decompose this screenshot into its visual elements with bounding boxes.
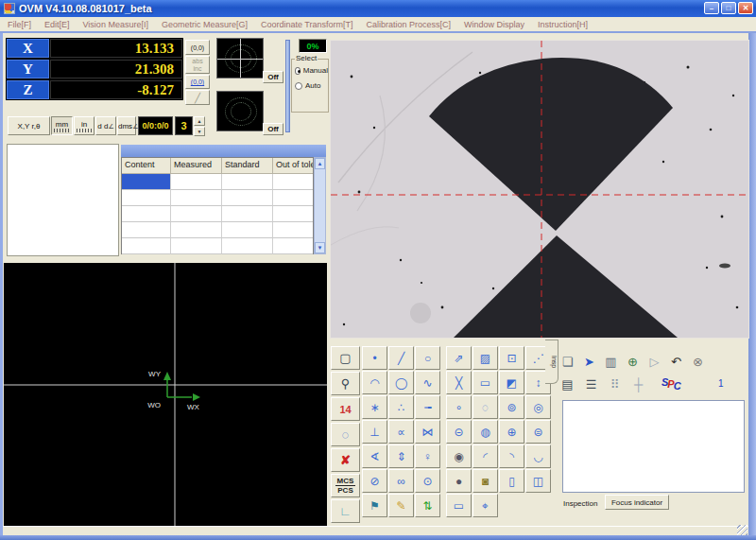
boxed-diagonal-tool-button[interactable]: ◩ — [499, 371, 524, 394]
menu-item[interactable]: Window Display — [464, 20, 524, 29]
help-book-button[interactable]: ⊕ — [624, 352, 642, 371]
scope-off-bottom-button[interactable]: Off — [263, 123, 284, 135]
dashed-line-box-tool-button[interactable]: ▭ — [472, 371, 498, 394]
focus-scope-crosshair[interactable] — [216, 38, 264, 78]
table-cell[interactable] — [171, 174, 222, 190]
axis-view-button[interactable]: ┼ — [629, 375, 647, 393]
cross-lines-tool-button[interactable]: ╳ — [446, 371, 472, 394]
midline-tool-button[interactable]: ╼ — [415, 395, 440, 419]
new-report-button[interactable]: ❏ — [558, 352, 576, 371]
updown-move-tool-button[interactable]: ⇅ — [415, 494, 440, 517]
crosshair-target-tool-button[interactable]: ⌖ — [472, 494, 498, 517]
ellipse-tool-button[interactable]: ◯ — [388, 371, 414, 394]
point-tool-button[interactable]: • — [362, 346, 387, 370]
coord-mode-button[interactable]: X,Y r,θ — [8, 116, 50, 135]
circle-point-tool-button[interactable]: ⊙ — [415, 469, 440, 493]
menu-item[interactable]: Instruction[H] — [538, 20, 588, 29]
table-cell[interactable] — [122, 222, 171, 238]
table-cell[interactable] — [122, 190, 171, 206]
dotted-ellipse-box-tool-button[interactable]: ◍ — [472, 420, 498, 444]
manual-radio[interactable] — [295, 67, 301, 75]
probe-flag-tool-button[interactable]: ⚑ — [362, 494, 387, 517]
table-cell[interactable] — [171, 190, 222, 206]
list-view-button[interactable]: ☰ — [582, 375, 600, 393]
perpendicular-tool-button[interactable]: ⊥ — [362, 420, 387, 444]
tangent-circle-tool-button[interactable]: ⊘ — [362, 469, 387, 493]
zoom-region-tool-button[interactable]: ⚲ — [331, 372, 360, 395]
close-panel-button[interactable]: ⊗ — [689, 352, 707, 371]
close-button[interactable]: ✕ — [738, 2, 753, 14]
circle-tool-button[interactable]: ○ — [415, 346, 440, 370]
grid-view-button[interactable]: ⠿ — [606, 375, 624, 393]
table-scrollbar[interactable]: ▲ ▼ — [314, 157, 326, 254]
table-cell[interactable] — [273, 190, 313, 206]
delete-element-tool-button[interactable]: ✘ — [331, 448, 360, 472]
resize-grip[interactable] — [737, 525, 747, 535]
table-cell[interactable] — [122, 238, 171, 254]
tab-focus-indicator[interactable]: Focus indicator — [605, 495, 669, 510]
fingerprint-dimension-tool-button[interactable]: ● — [446, 469, 472, 493]
focus-scope-plain[interactable] — [216, 91, 264, 131]
table-cell[interactable] — [222, 238, 273, 254]
decimal-down-button[interactable]: ▼ — [194, 127, 205, 136]
menu-item[interactable]: Calibration Process[C] — [366, 20, 451, 29]
width-dimension-tool-button[interactable]: ⇕ — [388, 444, 414, 468]
capsule-dimension-tool-button[interactable]: ▯ — [499, 469, 524, 493]
point-cloud-tool-button[interactable]: ∴ — [388, 395, 414, 419]
spc-icon[interactable]: SPC — [662, 376, 680, 388]
dashed-double-ellipse-tool-button[interactable]: ⊜ — [525, 420, 551, 444]
toolbox-side-tab[interactable]: Insp — [545, 340, 558, 384]
boxed-arc-tool-button[interactable]: ◝ — [499, 444, 524, 468]
pin-point-tool-button[interactable]: ♀ — [415, 444, 440, 468]
small-ellipse-tool-button[interactable]: ⊝ — [446, 420, 472, 444]
rectangle-capture-tool-button[interactable]: ▭ — [446, 494, 472, 517]
closed-curve-tool-button[interactable]: ∝ — [388, 420, 414, 444]
decimal-up-button[interactable]: ▲ — [194, 116, 205, 126]
report-book-button[interactable]: ▥ — [602, 352, 620, 371]
table-cell[interactable] — [222, 206, 273, 222]
zero-origin-top-button[interactable]: (0,0) — [185, 40, 210, 55]
maximize-button[interactable]: □ — [721, 2, 736, 14]
angle-tool-button[interactable]: ∢ — [362, 444, 387, 468]
table-cell[interactable] — [171, 206, 222, 222]
decimal-degree-button[interactable]: d d∠ — [95, 116, 116, 135]
report-view-button[interactable]: ▤ — [558, 375, 576, 393]
table-cell[interactable] — [222, 222, 273, 238]
abs-inc-button[interactable]: absinc — [185, 56, 210, 74]
focus-slider[interactable] — [285, 40, 290, 132]
dotted-circle-box-tool-button[interactable]: ◌ — [472, 395, 498, 419]
zero-origin-bottom-button[interactable]: (0,0) — [185, 75, 210, 89]
table-cell[interactable] — [273, 206, 313, 222]
dashed-double-circle-tool-button[interactable]: ◎ — [525, 395, 551, 419]
table-cell[interactable] — [222, 190, 273, 206]
column-header[interactable]: Out of tolerance — [273, 158, 313, 174]
menu-item[interactable]: Coordinate Transform[T] — [261, 20, 353, 29]
cross-construction-tool-button[interactable]: ⋈ — [415, 420, 440, 444]
hatch-region-tool-button[interactable]: ▨ — [472, 346, 498, 370]
construction-line-tool-button[interactable]: ∗ — [362, 395, 387, 419]
line-tool-button[interactable]: ╱ — [388, 346, 414, 370]
run-button[interactable]: ▷ — [645, 352, 663, 371]
measure-disabled-button[interactable]: ╱ — [185, 90, 210, 105]
scope-off-top-button[interactable]: Off — [263, 71, 284, 83]
construction-circle-tool-button[interactable]: ◌ — [331, 423, 360, 446]
table-cell[interactable] — [273, 238, 313, 254]
table-cell[interactable] — [222, 174, 273, 190]
camera-live-view[interactable] — [330, 40, 749, 339]
curve-tool-button[interactable]: ∿ — [415, 371, 440, 394]
manual-radio-row[interactable]: Manual — [295, 66, 328, 75]
mm-unit-button[interactable]: mm — [51, 116, 73, 135]
menu-item[interactable]: Vision Measure[I] — [83, 20, 148, 29]
table-cell[interactable] — [273, 174, 313, 190]
results-detail-pane[interactable] — [7, 144, 119, 256]
table-cell[interactable] — [273, 222, 313, 238]
mcs-pcs-toggle-button[interactable]: MCS PCS — [331, 474, 360, 497]
select-region-tool-button[interactable]: ▢ — [331, 346, 360, 370]
inch-unit-button[interactable]: in — [74, 116, 94, 135]
boxed-point-tool-button[interactable]: ⊡ — [499, 346, 524, 370]
capsule-dimension2-tool-button[interactable]: ◫ — [525, 469, 551, 493]
dms-button[interactable]: dms∠ — [117, 116, 136, 135]
dashed-arc-tool-button[interactable]: ◡ — [525, 444, 551, 468]
scroll-up-button[interactable]: ▲ — [315, 158, 325, 169]
column-header[interactable]: Standard — [222, 158, 273, 174]
